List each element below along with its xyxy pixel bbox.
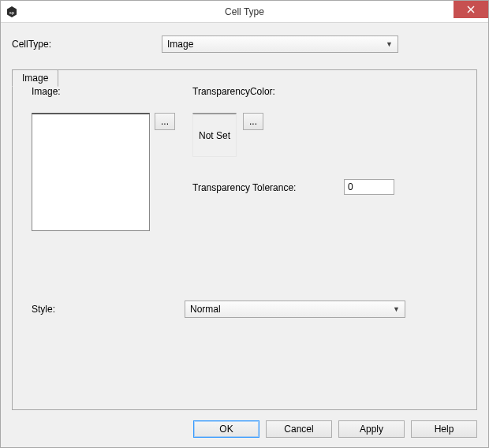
client-area: CellType: Image ▼ Image Image: ... Trans… [1,23,488,447]
cell-type-dialog: sp Cell Type CellType: Image ▼ Image Ima… [0,0,489,448]
transparency-browse-button[interactable]: ... [243,113,263,130]
transparency-browse-label: ... [249,116,257,127]
image-label: Image: [32,86,197,97]
image-browse-label: ... [161,116,169,127]
transparency-color-swatch: Not Set [192,113,237,157]
ok-button[interactable]: OK [193,420,259,438]
apply-button[interactable]: Apply [338,420,405,438]
celltype-dropdown[interactable]: Image ▼ [162,35,398,53]
tabstrip: Image Image: ... TransparencyColor: Not … [12,69,477,410]
transparency-tolerance-label: Transparency Tolerance: [192,182,296,193]
celltype-row: CellType: Image ▼ [12,35,477,53]
style-dropdown-value: Normal [190,304,221,315]
transparency-color-label: TransparencyColor: [192,86,275,97]
transparency-notset-label: Not Set [199,130,230,141]
transparency-tolerance-input[interactable] [344,179,394,195]
help-button-label: Help [435,424,454,435]
celltype-label: CellType: [12,39,162,50]
close-icon [467,6,475,13]
ok-button-label: OK [219,424,233,435]
cancel-button[interactable]: Cancel [266,420,332,438]
close-button[interactable] [454,1,488,18]
image-preview [32,113,150,231]
svg-text:sp: sp [9,9,15,14]
window-title: Cell Type [1,6,488,17]
image-browse-button[interactable]: ... [155,113,175,130]
apply-button-label: Apply [360,424,383,435]
style-dropdown[interactable]: Normal ▼ [185,301,405,318]
help-button[interactable]: Help [411,420,477,438]
tab-image[interactable]: Image [12,69,58,87]
celltype-dropdown-value: Image [167,39,193,50]
titlebar: sp Cell Type [1,1,488,23]
dialog-button-row: OK Cancel Apply Help [193,420,477,438]
chevron-down-icon: ▼ [393,305,400,313]
tab-panel-image: Image: ... TransparencyColor: Not Set ..… [12,69,477,410]
app-icon: sp [6,6,18,18]
chevron-down-icon: ▼ [386,40,393,48]
style-label: Style: [32,304,55,315]
tab-image-label: Image [22,73,48,84]
cancel-button-label: Cancel [284,424,313,435]
